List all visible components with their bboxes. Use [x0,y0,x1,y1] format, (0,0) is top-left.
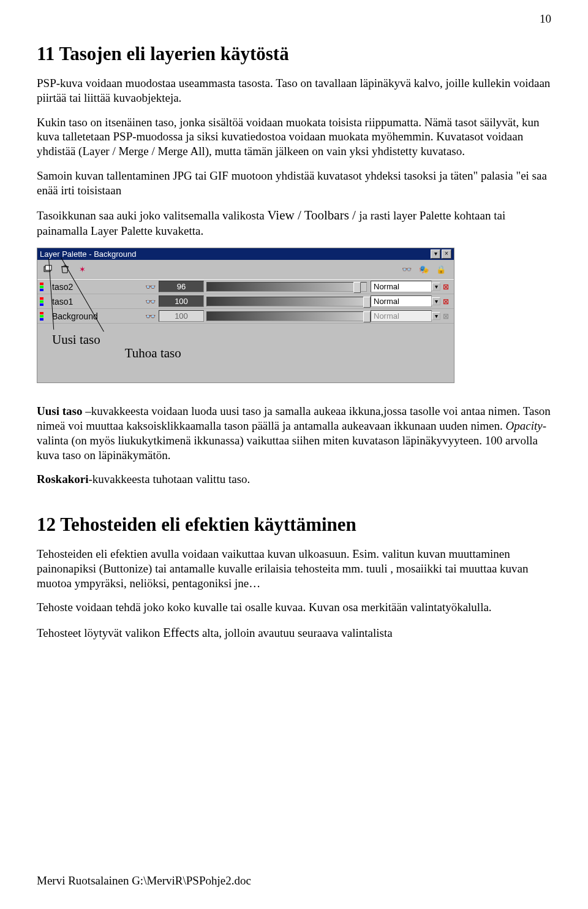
annotation-area: Uusi taso Tuhoa taso [37,324,454,382]
term: Opacity [506,419,543,432]
paragraph: PSP-kuva voidaan muodostaa useammasta ta… [37,76,551,105]
palette-toolbar: ✶ 👓 🎭 🔒 [37,260,454,280]
paragraph: Tehosteiden eli efektien avulla voidaan … [37,547,551,590]
close-icon[interactable]: × [442,249,451,259]
glasses-icon[interactable]: 👓 [399,262,414,276]
text: Kukin taso on itsenäinen taso, jonka sis… [37,116,540,158]
layer-name: taso2 [52,282,73,292]
paragraph: Kukin taso on itsenäinen taso, jonka sis… [37,115,551,159]
heading-section-11: 11 Tasojen eli layerien käytöstä [37,43,551,65]
opacity-slider [206,311,367,321]
opacity-value: 100 [159,310,204,322]
text: -kuvakkeesta tuhotaan valittu taso. [88,473,250,485]
delete-icon[interactable]: ⊠ [440,283,451,291]
page-number: 10 [540,12,551,26]
lock-icon[interactable]: 🔒 [434,262,448,276]
visibility-icon[interactable]: 👓 [144,297,156,306]
text: Samoin kuvan tallentaminen JPG tai GIF m… [37,169,547,197]
palette-title: Layer Palette - Background [40,249,137,259]
term: Roskakori [37,473,88,485]
opacity-slider[interactable] [206,282,367,292]
menu-path-text: View / Toolbars / [267,208,359,222]
blend-mode: Normal [371,310,432,322]
opacity-value[interactable]: 96 [159,281,204,292]
chevron-down-icon: ▾ [432,312,440,320]
text: Tehosteet löytyvät valikon [37,626,163,639]
delete-icon[interactable]: ⊠ [440,312,451,321]
layer-name: taso1 [52,297,73,306]
mask-icon[interactable]: 🎭 [417,262,431,276]
spark-icon[interactable]: ✶ [75,262,89,276]
layer-name: Background [52,311,98,321]
blend-mode[interactable]: Normal [371,295,432,307]
paragraph: Roskakori-kuvakkeesta tuhotaan valittu t… [37,472,551,487]
annotation-delete-layer: Tuhoa taso [125,346,181,401]
annotation-new-layer: Uusi taso [52,332,100,387]
text: alta, jolloin avautuu seuraava valintali… [199,626,393,639]
collapse-icon[interactable]: ▾ [431,249,440,259]
layer-type-icon [40,283,50,291]
paragraph: Uusi taso –kuvakkeesta voidaan luoda uus… [37,404,551,462]
layer-row[interactable]: Background 👓 100 Normal ▾ ⊠ [37,309,454,324]
paragraph: Tehosteet löytyvät valikon Effects alta,… [37,625,551,641]
layer-type-icon [40,297,50,306]
visibility-icon[interactable]: 👓 [144,282,156,292]
palette-titlebar: Layer Palette - Background ▾ × [37,248,454,260]
paragraph: Tehoste voidaan tehdä joko koko kuvalle … [37,600,551,615]
paragraph: Tasoikkunan saa auki joko valitsemalla v… [37,207,551,238]
new-layer-icon[interactable] [40,262,55,276]
term: Uusi taso [37,405,82,417]
footer: Mervi Ruotsalainen G:\MerviR\PSPohje2.do… [37,874,251,888]
text: Tasoikkunan saa auki joko valitsemalla v… [37,209,267,222]
heading-section-12: 12 Tehosteiden eli efektien käyttäminen [37,514,551,536]
text: PSP-kuva voidaan muodostaa useammasta ta… [37,77,550,104]
layer-palette-screenshot: Layer Palette - Background ▾ × ✶ 👓 🎭 🔒 t… [37,248,454,383]
chevron-down-icon[interactable]: ▾ [432,283,440,291]
visibility-icon[interactable]: 👓 [144,311,156,321]
layer-row[interactable]: taso2 👓 96 Normal ▾ ⊠ [37,280,454,294]
text: –kuvakkeesta voidaan luoda uusi taso ja … [37,405,551,432]
svg-rect-1 [45,265,51,270]
blend-mode[interactable]: Normal [371,281,432,292]
opacity-value[interactable]: 100 [159,295,204,307]
menu-name: Effects [163,625,199,640]
chevron-down-icon[interactable]: ▾ [432,297,440,305]
delete-icon[interactable]: ⊠ [440,297,451,306]
layer-row[interactable]: taso1 👓 100 Normal ▾ ⊠ [37,294,454,309]
layer-type-icon [40,312,50,321]
opacity-slider[interactable] [206,297,367,306]
paragraph: Samoin kuvan tallentaminen JPG tai GIF m… [37,169,551,198]
